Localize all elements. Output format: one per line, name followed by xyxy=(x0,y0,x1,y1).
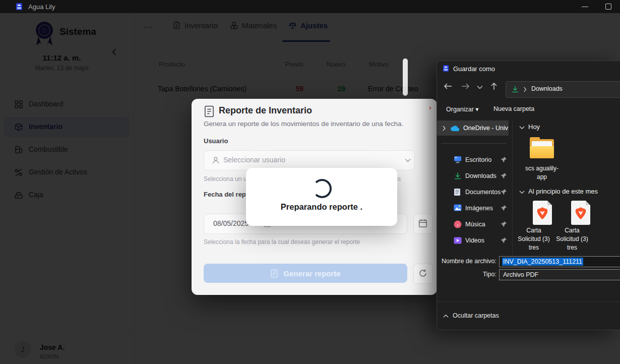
generar-reporte-label: Generar reporte xyxy=(283,269,340,278)
person-icon xyxy=(212,156,220,164)
app-icon xyxy=(442,65,450,72)
forward-icon[interactable] xyxy=(461,82,470,90)
type-value: Archivo PDF xyxy=(503,271,538,278)
loading-popup: Preparando reporte . xyxy=(246,168,397,226)
refresh-button[interactable] xyxy=(413,264,433,284)
recent-locations-icon[interactable] xyxy=(477,85,483,89)
pin-icon xyxy=(501,156,507,163)
breadcrumb-chevron-icon xyxy=(523,87,527,92)
desktop-icon xyxy=(454,156,462,163)
fecha-value: 08/05/2025 xyxy=(213,219,249,227)
onedrive-icon xyxy=(450,125,460,132)
tree-item-label: Documentos xyxy=(465,189,501,196)
tree-item-escritorio[interactable]: Escritorio xyxy=(439,153,510,167)
tree-item-onedrive[interactable]: OneDrive - Univ xyxy=(437,120,509,136)
tree-divider xyxy=(441,143,507,144)
tree-item-imagenes[interactable]: Imágenes xyxy=(439,201,510,215)
fecha-help: Selecciona la fecha para la cual deseas … xyxy=(204,238,360,246)
music-icon: ♪ xyxy=(454,220,462,228)
modal-title: Reporte de Inventario xyxy=(219,105,312,116)
title-bar: Agua Lily xyxy=(0,0,620,13)
organize-button[interactable]: Organizar ▾ xyxy=(446,105,479,113)
pin-icon xyxy=(501,221,507,227)
hide-folders-chevron-icon xyxy=(443,314,449,318)
filename-input[interactable]: INV_DIA_20250513_111211 xyxy=(499,256,620,267)
file-item-label[interactable]: Carta Solicitud (3) tres xyxy=(515,226,553,252)
usuario-placeholder: Seleccionar usuario xyxy=(223,156,285,164)
doc-icon xyxy=(270,269,278,278)
folder-item-label[interactable]: scs agualily-app xyxy=(523,164,561,181)
brave-logo-icon xyxy=(536,206,549,221)
tree-item-musica[interactable]: ♪ Música xyxy=(439,217,510,231)
section-title-mes: Al principio de este mes xyxy=(528,188,598,195)
generar-reporte-button[interactable]: Generar reporte xyxy=(204,264,407,283)
document-icon xyxy=(454,188,461,196)
section-title-hoy: Hoy xyxy=(528,123,540,131)
tree-item-label: Escritorio xyxy=(465,156,491,163)
brave-file-icon[interactable] xyxy=(533,201,552,225)
scrollbar-thumb[interactable] xyxy=(403,58,408,96)
pin-icon xyxy=(501,205,507,211)
brave-file-icon[interactable] xyxy=(571,201,590,225)
tree-item-label: Música xyxy=(465,221,485,228)
next-chevron-icon[interactable]: › xyxy=(429,103,431,111)
window-title: Agua Lily xyxy=(28,3,55,11)
calendar-button[interactable] xyxy=(413,214,433,234)
pictures-icon xyxy=(454,204,462,211)
pin-icon xyxy=(501,237,507,244)
tree-item-videos[interactable]: Videos xyxy=(439,233,510,248)
section-collapse-icon[interactable] xyxy=(519,126,525,130)
expand-chevron-icon[interactable] xyxy=(442,126,446,131)
tree-item-label: Videos xyxy=(465,237,484,244)
calendar-icon xyxy=(418,219,427,228)
section-collapse-icon[interactable] xyxy=(519,190,525,194)
new-folder-button[interactable]: Nueva carpeta xyxy=(493,105,534,112)
modal-subtitle: Genera un reporte de los movimientos de … xyxy=(204,120,403,128)
address-location: Downloads xyxy=(531,85,563,92)
back-icon[interactable] xyxy=(444,82,453,90)
address-bar[interactable]: Downloads xyxy=(506,81,620,98)
folder-icon[interactable] xyxy=(530,139,554,159)
maximize-button[interactable] xyxy=(597,0,620,13)
tree-item-downloads[interactable]: Downloads xyxy=(439,169,510,183)
type-select[interactable]: Archivo PDF xyxy=(499,269,620,280)
pin-icon xyxy=(501,189,507,195)
downloads-location-icon xyxy=(511,85,519,93)
tree-item-label: Imágenes xyxy=(465,205,493,212)
loading-message: Preparando reporte . xyxy=(246,202,397,212)
save-as-dialog: Guardar como Downloads Organizar ▾ Nueva… xyxy=(437,60,620,330)
filename-label: Nombre de archivo: xyxy=(441,258,497,265)
brave-logo-icon xyxy=(574,206,587,221)
spinner-icon xyxy=(313,179,332,198)
report-icon xyxy=(204,105,215,117)
dialog-footer: Ocultar carpetas xyxy=(437,301,620,330)
chevron-down-icon xyxy=(405,158,411,162)
pin-icon xyxy=(501,172,507,179)
file-item-label[interactable]: Carta Solicitud (3) tres xyxy=(553,226,591,252)
hide-folders-button[interactable]: Ocultar carpetas xyxy=(453,312,499,319)
tree-item-documentos[interactable]: Documentos xyxy=(439,185,510,199)
download-icon xyxy=(454,172,462,180)
app-icon xyxy=(15,3,23,11)
svg-text:♪: ♪ xyxy=(457,222,459,227)
usuario-label: Usuario xyxy=(204,137,228,145)
tree-item-label: OneDrive - Univ xyxy=(463,125,508,132)
filename-value: INV_DIA_20250513_111211 xyxy=(502,258,583,266)
pane-divider xyxy=(512,120,513,264)
minimize-button[interactable] xyxy=(574,0,597,13)
tree-item-label: Downloads xyxy=(465,172,497,179)
type-label: Tipo: xyxy=(441,271,497,278)
dialog-title: Guardar como xyxy=(453,65,495,73)
up-icon[interactable] xyxy=(490,82,498,90)
usuario-select[interactable]: Seleccionar usuario xyxy=(204,150,415,170)
refresh-icon xyxy=(418,269,427,278)
videos-icon xyxy=(454,236,462,245)
